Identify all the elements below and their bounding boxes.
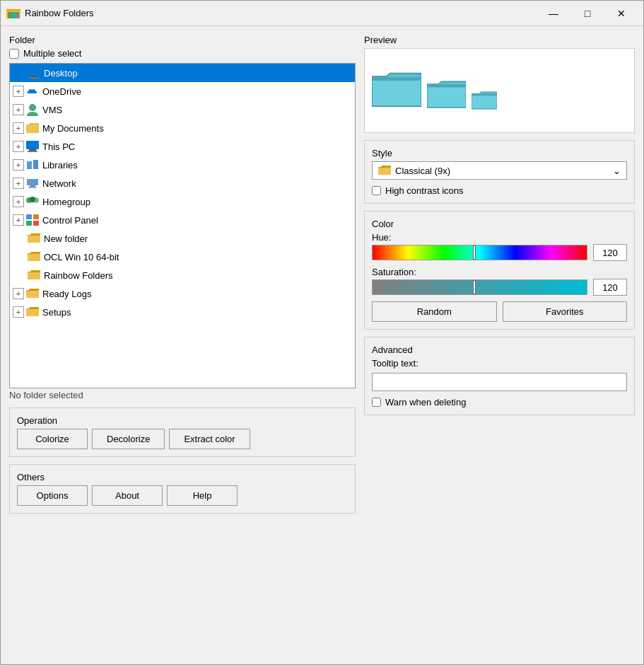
sat-value-box[interactable]: 120 [593, 279, 627, 296]
preview-folders [372, 69, 497, 112]
preview-folder-small [472, 90, 497, 112]
svg-rect-5 [28, 67, 40, 76]
warn-deleting-label: Warn when deleting [385, 397, 466, 407]
desktop-icon [27, 66, 41, 80]
setups-icon [25, 305, 40, 319]
style-folder-icon [378, 165, 391, 176]
about-button[interactable]: About [92, 485, 163, 506]
folder-tree[interactable]: Desktop + OneDrive + [9, 63, 356, 388]
decolorize-button[interactable]: Decolorize [92, 429, 165, 449]
svg-rect-35 [472, 95, 497, 96]
tree-item-network[interactable]: + Network [10, 174, 355, 192]
tree-text-newfolder: New folder [44, 233, 88, 244]
preview-area [364, 48, 635, 133]
hue-slider-thumb [473, 245, 476, 260]
sat-slider-container: 120 [372, 279, 627, 296]
svg-rect-7 [29, 77, 39, 79]
preview-folder-medium [427, 79, 466, 112]
svg-rect-10 [26, 141, 39, 149]
left-panel: Folder Multiple select [9, 35, 356, 656]
thispc-icon [25, 139, 40, 154]
oclwin-icon [27, 250, 41, 264]
tree-item-mydocs[interactable]: + My Documents [10, 119, 355, 137]
tree-item-homegroup[interactable]: + Homegroup [10, 192, 355, 211]
random-button[interactable]: Random [372, 301, 497, 322]
others-buttons: Options About Help [17, 485, 348, 506]
hue-value-box[interactable]: 120 [593, 244, 627, 261]
sat-gradient[interactable] [372, 279, 587, 295]
right-panel: Preview [364, 35, 635, 656]
help-button[interactable]: Help [167, 485, 238, 506]
close-button[interactable]: ✕ [605, 3, 638, 24]
window-controls: — □ ✕ [537, 3, 638, 24]
expand-thispc[interactable]: + [13, 141, 24, 152]
no-folder-selected: No folder selected [9, 390, 356, 400]
style-value: Classical (9x) [395, 166, 450, 176]
color-label: Color [372, 219, 627, 229]
svg-rect-24 [33, 221, 39, 226]
expand-homegroup[interactable]: + [13, 196, 24, 207]
svg-rect-29 [26, 309, 39, 316]
readylogs-icon [25, 287, 40, 301]
saturation-label: Saturation: [372, 267, 627, 277]
tree-item-vms[interactable]: + VMS [10, 100, 355, 119]
svg-point-8 [29, 104, 36, 111]
expand-onedrive[interactable]: + [13, 86, 24, 97]
svg-rect-25 [28, 236, 40, 243]
advanced-section: Advanced Tooltip text: Warn when deletin… [364, 337, 635, 415]
hue-gradient[interactable] [372, 245, 587, 260]
tree-item-setups[interactable]: + Setups [10, 303, 355, 321]
svg-rect-23 [26, 221, 32, 226]
operation-label: Operation [17, 415, 348, 426]
extract-color-button[interactable]: Extract color [169, 429, 250, 449]
folder-label: Folder [9, 35, 356, 45]
multiple-select-checkbox[interactable] [9, 49, 19, 59]
style-dropdown[interactable]: Classical (9x) ⌄ [372, 161, 627, 180]
main-content: Folder Multiple select [1, 26, 643, 664]
tooltip-input[interactable] [372, 373, 627, 391]
expand-controlpanel[interactable]: + [13, 214, 24, 226]
onedrive-icon [25, 84, 40, 98]
dropdown-chevron-icon: ⌄ [613, 166, 621, 176]
network-icon [25, 176, 40, 190]
expand-readylogs[interactable]: + [13, 288, 24, 299]
tree-item-desktop[interactable]: Desktop [10, 64, 355, 82]
tree-item-readylogs[interactable]: + Ready Logs [10, 284, 355, 303]
maximize-button[interactable]: □ [571, 3, 604, 24]
favorites-button[interactable]: Favorites [503, 301, 628, 322]
tree-item-thispc[interactable]: + This PC [10, 137, 355, 156]
colorize-button[interactable]: Colorize [17, 429, 88, 449]
tree-text-network: Network [42, 178, 76, 189]
svg-rect-11 [29, 149, 36, 151]
expand-setups[interactable]: + [13, 306, 24, 318]
high-contrast-checkbox[interactable] [372, 186, 381, 195]
operation-section: Operation Colorize Decolorize Extract co… [9, 407, 356, 457]
tree-text-onedrive: OneDrive [42, 86, 81, 97]
svg-rect-9 [26, 125, 39, 133]
tree-item-rainbowfolders[interactable]: Rainbow Folders [10, 266, 355, 284]
tree-item-newfolder[interactable]: New folder [10, 229, 355, 248]
svg-rect-28 [26, 291, 39, 298]
minimize-button[interactable]: — [537, 3, 570, 24]
multiple-select-label: Multiple select [23, 48, 81, 59]
tree-text-libraries: Libraries [42, 160, 78, 170]
expand-network[interactable]: + [13, 178, 24, 189]
warn-deleting-checkbox[interactable] [372, 398, 381, 407]
style-label: Style [372, 148, 627, 158]
titlebar: Rainbow Folders — □ ✕ [1, 1, 643, 26]
style-dropdown-left: Classical (9x) [378, 165, 450, 176]
tree-item-oclwin[interactable]: OCL Win 10 64-bit [10, 248, 355, 266]
preview-folder-large [372, 69, 421, 112]
expand-mydocs[interactable]: + [13, 122, 24, 134]
tooltip-label: Tooltip text: [372, 358, 627, 369]
tree-item-onedrive[interactable]: + OneDrive [10, 82, 355, 100]
options-button[interactable]: Options [17, 485, 88, 506]
expand-libraries[interactable]: + [13, 159, 24, 170]
expand-vms[interactable]: + [13, 104, 24, 115]
tree-text-setups: Setups [42, 307, 71, 318]
svg-rect-34 [472, 95, 497, 109]
vms-icon [25, 103, 40, 117]
tree-item-controlpanel[interactable]: + Control Panel [10, 211, 355, 229]
svg-rect-21 [26, 214, 32, 219]
tree-item-libraries[interactable]: + Libraries [10, 156, 355, 174]
